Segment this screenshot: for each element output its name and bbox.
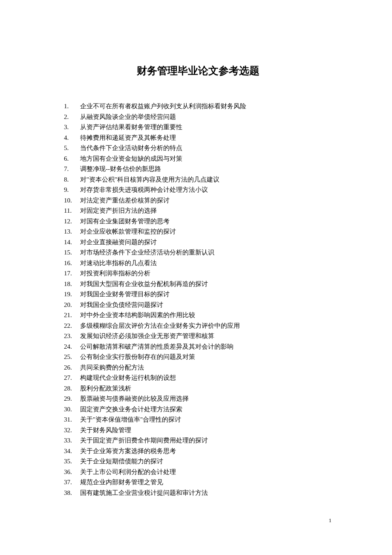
item-number: 15.	[64, 247, 80, 258]
item-text: 待摊费用和递延资产及其帐务处理	[80, 133, 332, 143]
item-number: 5.	[64, 143, 80, 153]
document-page: 财务管理毕业论文参考选题 1.企业不可在所有者权益账户列收列支从利润指标看财务风…	[0, 0, 392, 523]
item-text: 对我国企业财务管理目标的探讨	[80, 289, 332, 300]
item-text: 构建现代企业财务运行机制的设想	[80, 373, 332, 383]
item-text: 规范企业内部财务管理之管见	[80, 477, 332, 488]
page-number: 1	[329, 517, 332, 524]
item-number: 10.	[64, 195, 80, 206]
item-number: 25.	[64, 352, 80, 362]
item-text: 对我国大型国有企业收益分配机制再造的探讨	[80, 279, 332, 289]
item-text: 从融资风险谈企业的举债经营问题	[80, 112, 332, 122]
item-text: 对"资本公积"科目核算内容及使用方法的几点建议	[80, 174, 332, 185]
item-text: 对固定资产折旧方法的选择	[80, 205, 332, 216]
item-number: 23.	[64, 331, 80, 341]
list-item: 30.固定资产交换业务会计处理方法探索	[64, 404, 332, 415]
item-text: 当代条件下企业活动财务分析的特点	[80, 143, 332, 153]
list-item: 24.公司解散清算和破产清算的性质差异及其对会计的影响	[64, 341, 332, 352]
list-item: 21.对中外企业资本结构影响因素的作用比较	[64, 310, 332, 321]
item-number: 26.	[64, 362, 80, 373]
item-number: 11.	[64, 205, 80, 216]
item-number: 16.	[64, 258, 80, 269]
list-item: 14.对企业直接融资问题的探讨	[64, 237, 332, 248]
list-item: 27.构建现代企业财务运行机制的设想	[64, 373, 332, 383]
item-text: 对国有企业集团财务管理的思考	[80, 216, 332, 227]
item-number: 2.	[64, 112, 80, 122]
list-item: 28.股利分配政策浅析	[64, 383, 332, 394]
item-text: 关于企业筹资方案选择的税务思考	[80, 446, 332, 457]
list-item: 15.对市场经济条件下企业经济活动分析的重新认识	[64, 247, 332, 258]
item-text: 对存货非常损失进项税两种会计处理方法小议	[80, 185, 332, 195]
list-item: 31.关于"资本保值增值率"合理性的探讨	[64, 414, 332, 425]
item-number: 7.	[64, 164, 80, 174]
item-number: 13.	[64, 226, 80, 237]
list-item: 8.对"资本公积"科目核算内容及使用方法的几点建议	[64, 174, 332, 185]
list-item: 35.关于企业短期偿债能力的探讨	[64, 456, 332, 467]
topic-list: 1.企业不可在所有者权益账户列收列支从利润指标看财务风险2.从融资风险谈企业的举…	[64, 101, 332, 498]
list-item: 37.规范企业内部财务管理之管见	[64, 477, 332, 488]
list-item: 34.关于企业筹资方案选择的税务思考	[64, 446, 332, 457]
item-text: 关于上市公司利润分配的会计处理	[80, 467, 332, 477]
item-number: 17.	[64, 268, 80, 279]
item-text: 股票融资与债券融资的比较及应用选择	[80, 393, 332, 404]
item-number: 30.	[64, 404, 80, 415]
item-number: 20.	[64, 300, 80, 310]
item-number: 28.	[64, 383, 80, 394]
list-item: 7.调整净现--财务估价的新思路	[64, 164, 332, 174]
list-item: 17.对投资利润率指标的分析	[64, 268, 332, 279]
item-number: 3.	[64, 122, 80, 133]
item-text: 调整净现--财务估价的新思路	[80, 164, 332, 174]
item-text: 发展知识经济必须加强企业无形资产管理和核算	[80, 331, 332, 341]
list-item: 3.从资产评估结果看财务管理的重要性	[64, 122, 332, 133]
list-item: 33.关于固定资产折旧费全作期间费用处理的探讨	[64, 435, 332, 446]
item-text: 对企业应收帐款管理和监控的探讨	[80, 226, 332, 237]
item-number: 27.	[64, 373, 80, 383]
item-number: 24.	[64, 341, 80, 352]
item-number: 8.	[64, 174, 80, 185]
list-item: 32.关于财务风险管理	[64, 425, 332, 436]
item-text: 对企业直接融资问题的探讨	[80, 237, 332, 248]
item-text: 关于"资本保值增值率"合理性的探讨	[80, 414, 332, 425]
item-text: 公有制企业实行股份制存在的问题及对策	[80, 352, 332, 362]
item-text: 国有建筑施工企业营业税计提问题和审计方法	[80, 488, 332, 498]
item-text: 对速动比率指标的几点看法	[80, 258, 332, 269]
list-item: 25.公有制企业实行股份制存在的问题及对策	[64, 352, 332, 362]
list-item: 36.关于上市公司利润分配的会计处理	[64, 467, 332, 477]
list-item: 9.对存货非常损失进项税两种会计处理方法小议	[64, 185, 332, 195]
list-item: 13.对企业应收帐款管理和监控的探讨	[64, 226, 332, 237]
item-text: 企业不可在所有者权益账户列收列支从利润指标看财务风险	[80, 101, 332, 112]
list-item: 5.当代条件下企业活动财务分析的特点	[64, 143, 332, 153]
list-item: 4.待摊费用和递延资产及其帐务处理	[64, 133, 332, 143]
list-item: 18.对我国大型国有企业收益分配机制再造的探讨	[64, 279, 332, 289]
item-text: 固定资产交换业务会计处理方法探索	[80, 404, 332, 415]
item-text: 关于固定资产折旧费全作期间费用处理的探讨	[80, 435, 332, 446]
item-number: 32.	[64, 425, 80, 436]
list-item: 20.对我国企业负债经营问题探讨	[64, 300, 332, 310]
list-item: 10.对法定资产重估差价核算的探讨	[64, 195, 332, 206]
item-text: 对市场经济条件下企业经济活动分析的重新认识	[80, 247, 332, 258]
item-number: 18.	[64, 279, 80, 289]
item-number: 29.	[64, 393, 80, 404]
document-title: 财务管理毕业论文参考选题	[64, 64, 332, 78]
list-item: 6.地方国有企业资金短缺的成因与对策	[64, 153, 332, 164]
item-text: 关于财务风险管理	[80, 425, 332, 436]
item-number: 37.	[64, 477, 80, 488]
item-text: 股利分配政策浅析	[80, 383, 332, 394]
item-number: 35.	[64, 456, 80, 467]
item-number: 36.	[64, 467, 80, 477]
item-text: 地方国有企业资金短缺的成因与对策	[80, 153, 332, 164]
list-item: 1.企业不可在所有者权益账户列收列支从利润指标看财务风险	[64, 101, 332, 112]
item-number: 31.	[64, 414, 80, 425]
list-item: 11.对固定资产折旧方法的选择	[64, 205, 332, 216]
item-text: 多级模糊综合层次评价方法在企业财务实力评价中的应用	[80, 321, 332, 331]
item-number: 38.	[64, 488, 80, 498]
item-number: 9.	[64, 185, 80, 195]
list-item: 38.国有建筑施工企业营业税计提问题和审计方法	[64, 488, 332, 498]
list-item: 19.对我国企业财务管理目标的探讨	[64, 289, 332, 300]
item-number: 33.	[64, 435, 80, 446]
item-number: 12.	[64, 216, 80, 227]
item-number: 6.	[64, 153, 80, 164]
item-text: 对投资利润率指标的分析	[80, 268, 332, 279]
item-text: 公司解散清算和破产清算的性质差异及其对会计的影响	[80, 341, 332, 352]
list-item: 26.共同采购费的分配方法	[64, 362, 332, 373]
list-item: 22.多级模糊综合层次评价方法在企业财务实力评价中的应用	[64, 321, 332, 331]
